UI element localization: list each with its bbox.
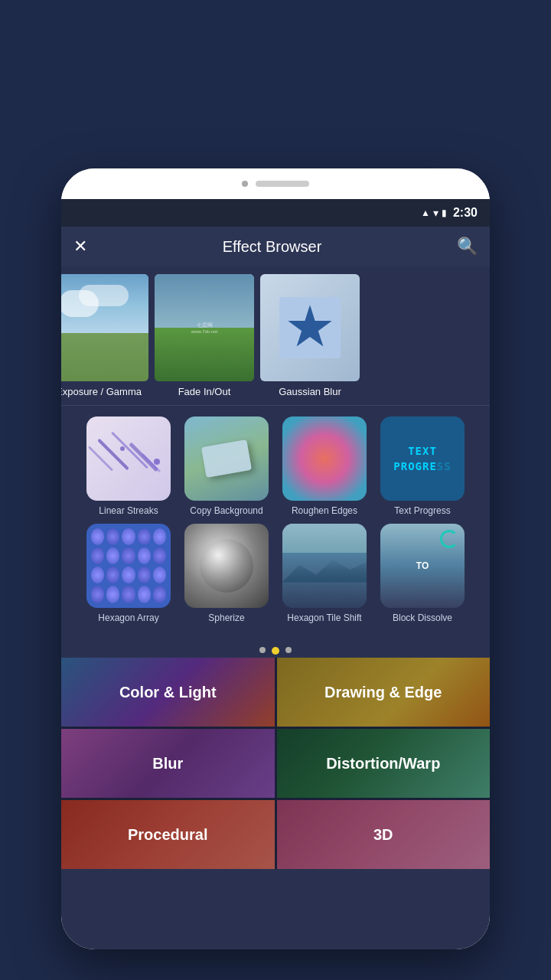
dot-1[interactable] <box>259 647 266 653</box>
wifi-icon: ▾ <box>433 207 439 219</box>
category-label-blur: Blur <box>152 755 183 773</box>
app-bar-title: Effect Browser <box>223 238 322 256</box>
category-blur[interactable]: Blur <box>61 729 275 798</box>
category-drawing-edge[interactable]: Drawing & Edge <box>277 658 491 727</box>
effect-hexagon-tile-shift[interactable]: Hexagon Tile Shift <box>279 524 370 625</box>
search-button[interactable]: 🔍 <box>457 237 478 256</box>
camera-dot <box>242 181 248 187</box>
effect-label-hexagon-array: Hexagon Array <box>98 612 158 625</box>
scroll-item-exposure[interactable]: Exposure / Gamma <box>61 274 152 397</box>
effect-linear-streaks[interactable]: Linear Streaks <box>83 416 174 518</box>
effect-label-spherize: Spherize <box>208 612 244 625</box>
close-button[interactable]: ✕ <box>73 237 87 256</box>
effect-label-text-progress: Text Progress <box>394 505 450 518</box>
dot-2[interactable] <box>272 647 279 655</box>
category-label-color-light: Color & Light <box>119 684 217 701</box>
effect-roughen-edges[interactable]: Roughen Edges <box>279 416 370 518</box>
battery-icon: ▮ <box>442 207 447 218</box>
category-distortion-warp[interactable]: Distortion/Warp <box>277 729 491 798</box>
scroll-label-exposure: Exposure / Gamma <box>61 386 142 397</box>
pagination-dots <box>61 641 490 658</box>
dot-3[interactable] <box>285 647 292 653</box>
effect-label-linear-streaks: Linear Streaks <box>99 505 158 518</box>
category-label-3d: 3D <box>373 826 393 844</box>
scroll-label-fade: Fade In/Out <box>178 386 231 397</box>
phone-screen: ▲ ▾ ▮ 2:30 ✕ Effect Browser 🔍 <box>61 199 490 949</box>
category-color-light[interactable]: Color & Light <box>61 658 275 727</box>
effect-block-dissolve[interactable]: TO Block Dissolve <box>377 524 468 625</box>
grid-row-2: Hexagon Array Spherize <box>69 524 482 625</box>
effect-copy-background[interactable]: Copy Background <box>181 416 272 518</box>
phone-speaker <box>256 181 309 187</box>
effect-label-copy-bg: Copy Background <box>190 505 262 518</box>
effect-hexagon-array[interactable]: Hexagon Array <box>83 524 174 625</box>
category-procedural[interactable]: Procedural <box>61 800 275 869</box>
effects-grid: Linear Streaks Copy Background <box>61 406 490 641</box>
effect-spherize[interactable]: Spherize <box>181 524 272 625</box>
effect-label-roughen: Roughen Edges <box>292 505 357 518</box>
phone-top-bar <box>61 168 490 199</box>
horizontal-scroll[interactable]: Exposure / Gamma 七层网 www.7do.net Fade In… <box>61 266 490 406</box>
scroll-item-fade[interactable]: 七层网 www.7do.net Fade In/Out <box>152 274 257 397</box>
category-label-drawing-edge: Drawing & Edge <box>324 684 442 701</box>
effect-label-block-dissolve: Block Dissolve <box>393 612 452 625</box>
category-grid: Color & Light Drawing & Edge Blur Distor… <box>61 658 490 869</box>
grid-row-1: Linear Streaks Copy Background <box>69 416 482 518</box>
scroll-label-gaussian: Gaussian Blur <box>279 386 341 397</box>
category-label-distortion-warp: Distortion/Warp <box>326 755 440 773</box>
app-bar: ✕ Effect Browser 🔍 <box>61 227 490 266</box>
category-label-procedural: Procedural <box>128 826 207 844</box>
phone-mockup: ▲ ▾ ▮ 2:30 ✕ Effect Browser 🔍 <box>61 168 490 949</box>
effect-label-hex-tile-shift: Hexagon Tile Shift <box>287 612 361 625</box>
effect-text-progress[interactable]: TEXT PROGRESS Text Progress <box>377 416 468 518</box>
status-bar: ▲ ▾ ▮ 2:30 <box>61 199 490 227</box>
status-icons: ▲ ▾ ▮ <box>421 207 447 219</box>
scroll-item-gaussian[interactable]: Gaussian Blur <box>257 274 363 397</box>
category-3d[interactable]: 3D <box>277 800 491 869</box>
status-time: 2:30 <box>453 206 478 220</box>
signal-icon: ▲ <box>421 207 430 218</box>
